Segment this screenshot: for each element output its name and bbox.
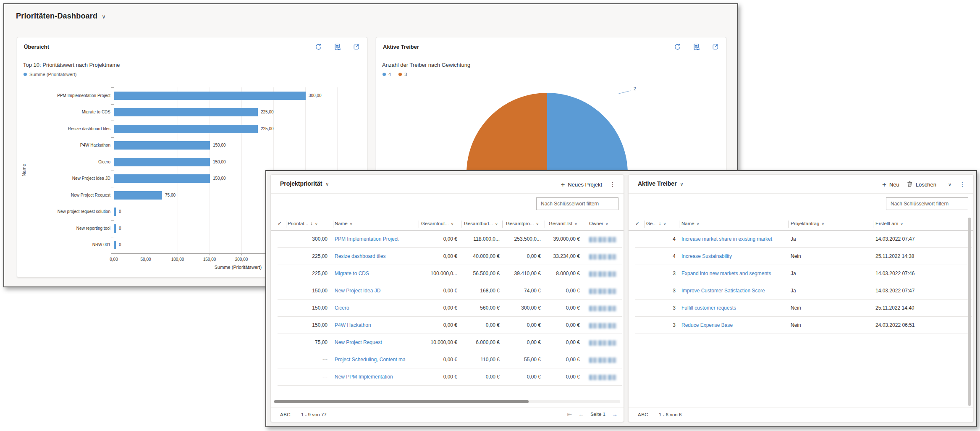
column-header-name[interactable]: Name∨ <box>681 221 699 226</box>
cell-name[interactable]: Increase Sustainability <box>681 253 787 259</box>
cell-prio: 150,00 <box>288 305 328 311</box>
cell-gesamt_ist: 0,00 € <box>542 339 580 345</box>
cell-name[interactable]: New PPM Implementation <box>335 374 418 380</box>
column-header-gesamtnutzen[interactable]: Gesamtnut...∨ <box>421 221 453 226</box>
horizontal-scrollbar[interactable] <box>274 400 620 403</box>
column-header-owner[interactable]: Owner∨ <box>589 221 608 226</box>
select-all-checkbox[interactable]: ✓ <box>635 221 639 226</box>
first-page-icon[interactable]: ⇤ <box>567 411 572 418</box>
keyword-filter-input[interactable] <box>536 197 618 210</box>
cell-name[interactable]: New Project Request <box>335 339 418 345</box>
bar[interactable] <box>114 224 116 233</box>
redacted-owner-value <box>589 306 617 311</box>
pie-slice-label: 2 <box>634 87 636 91</box>
project-grid-view-selector[interactable]: Projektpriorität∨ <box>280 180 329 187</box>
cell-name[interactable]: Increase market share in existing market <box>681 236 787 242</box>
column-header-name[interactable]: Name∨ <box>335 221 352 226</box>
grids-window: Projektpriorität∨ + Neues Projekt ⋮ ✓Pri… <box>265 170 977 427</box>
table-row[interactable]: ---Project Scheduling, Content ma0,00 €1… <box>271 351 624 368</box>
column-header-projektantrag[interactable]: Projektantrag∨ <box>791 221 824 226</box>
keyword-filter-input[interactable] <box>886 197 968 210</box>
screen: Prioritäten-Dashboard∨ Übersicht <box>0 0 980 431</box>
table-row[interactable]: 4Increase market share in existing marke… <box>629 231 973 248</box>
dashboard-title-selector[interactable]: Prioritäten-Dashboard∨ <box>16 12 106 21</box>
axis-tick <box>111 154 114 154</box>
bar-value-label: 75,00 <box>165 193 176 197</box>
new-button[interactable]: + Neu <box>880 180 901 189</box>
bar[interactable] <box>114 141 210 150</box>
cell-gesamtprognose: 0,00 € <box>503 322 541 328</box>
view-records-icon[interactable] <box>692 43 700 51</box>
bar[interactable] <box>114 174 210 183</box>
active-drivers-panel-title: Aktive Treiber <box>383 44 419 50</box>
column-header-gesamt_ist[interactable]: Gesamt-Ist∨ <box>549 221 577 226</box>
redacted-owner-value <box>589 375 617 380</box>
bar[interactable] <box>114 208 116 216</box>
cell-name[interactable]: New Project Idea JD <box>335 288 418 294</box>
table-row[interactable]: 300,00PPM Implementation Project0,00 €11… <box>271 231 624 248</box>
more-commands-button[interactable]: ⋮ <box>957 181 967 188</box>
table-row[interactable]: 225,00Resize dashboard tiles0,00 €40.000… <box>271 248 624 265</box>
table-row[interactable]: 150,00P4W Hackathon0,00 €0,00 €0,00 €0,0… <box>271 317 624 334</box>
column-header-prio[interactable]: Priorität...↓∨ <box>288 221 318 226</box>
table-row[interactable]: 4Increase SustainabilityNein25.11.2022 1… <box>629 248 973 265</box>
cell-gesamtbudget: 0,00 € <box>462 322 500 328</box>
redacted-owner-value <box>589 254 617 260</box>
new-project-button[interactable]: + Neues Projekt <box>559 180 604 189</box>
table-row[interactable]: 3Improve Customer Satisfaction ScoreJa14… <box>629 282 973 300</box>
bar[interactable] <box>114 191 162 200</box>
jump-bar-button[interactable]: ABC <box>638 412 648 417</box>
cell-name[interactable]: Expand into new markets and segments <box>681 271 787 276</box>
jump-bar-button[interactable]: ABC <box>280 412 291 417</box>
column-header-erstellt_am[interactable]: Erstellt am∨ <box>875 221 903 226</box>
table-row[interactable]: 150,00New Project Idea JD0,00 €168,00 €7… <box>271 282 624 300</box>
cell-name[interactable]: Fulfill customer requests <box>681 305 787 311</box>
bar[interactable] <box>114 108 258 116</box>
cell-name[interactable]: PPM Implementation Project <box>335 236 418 242</box>
table-row[interactable]: ---New PPM Implementation0,00 €0,00 €0,0… <box>271 368 624 386</box>
select-all-checkbox[interactable]: ✓ <box>278 221 282 226</box>
cell-name[interactable]: P4W Hackathon <box>335 322 418 328</box>
column-header-gewichtung[interactable]: Ge...↓∨ <box>646 221 666 226</box>
table-row[interactable]: 3Expand into new markets and segmentsJa1… <box>629 265 973 282</box>
bar[interactable] <box>114 125 258 133</box>
cell-projektantrag: Nein <box>791 322 858 328</box>
next-page-icon[interactable]: → <box>612 411 618 418</box>
cell-erstellt_am: 24.03.2022 06:51 <box>875 322 951 328</box>
chevron-down-icon: ∨ <box>900 222 903 226</box>
category-label: PPM Implementation Project <box>17 93 110 98</box>
column-header-gesamtprognose[interactable]: Gesamtpro...∨ <box>506 221 539 226</box>
cell-gesamtbudget: 40.000,00 € <box>462 253 500 259</box>
drivers-grid-view-selector[interactable]: Aktive Treiber∨ <box>638 180 684 187</box>
split-button-chevron[interactable]: ∨ <box>946 182 954 187</box>
bar[interactable] <box>114 92 306 100</box>
previous-page-icon[interactable]: ← <box>578 411 584 418</box>
legend-dot <box>383 73 386 76</box>
column-header-gesamtbudget[interactable]: Gesamtbud...∨ <box>464 221 498 226</box>
vertical-scrollbar[interactable] <box>968 218 971 406</box>
scrollbar-thumb[interactable] <box>274 400 529 403</box>
cell-name[interactable]: Improve Customer Satisfaction Score <box>681 288 787 294</box>
expand-icon[interactable] <box>711 43 719 51</box>
cell-name[interactable]: Migrate to CDS <box>335 271 418 276</box>
delete-button[interactable]: Löschen <box>905 180 938 189</box>
table-row[interactable]: 225,00Migrate to CDS100.000,0...56.500,0… <box>271 265 624 282</box>
cell-prio: --- <box>288 357 328 363</box>
chevron-down-icon: ∨ <box>680 181 684 187</box>
table-row[interactable]: 3Reduce Expense BaseNein24.03.2022 06:51 <box>629 317 973 334</box>
more-commands-button[interactable]: ⋮ <box>608 181 618 188</box>
refresh-icon[interactable] <box>673 43 681 51</box>
chevron-down-icon: ∨ <box>605 222 608 226</box>
cell-name[interactable]: Reduce Expense Base <box>681 322 787 328</box>
cell-name[interactable]: Cicero <box>335 305 418 311</box>
cell-name[interactable]: Project Scheduling, Content ma <box>335 357 418 363</box>
table-row[interactable]: 150,00Cicero0,00 €560,00 €300,00 €0,00 € <box>271 300 624 317</box>
bar[interactable] <box>114 241 116 249</box>
axis-tick <box>111 171 114 171</box>
cell-name[interactable]: Resize dashboard tiles <box>335 253 418 259</box>
cell-gesamtbudget: 560,00 € <box>462 305 500 311</box>
table-row[interactable]: 75,00New Project Request10.000,00 €6.000… <box>271 334 624 351</box>
bar[interactable] <box>114 158 210 166</box>
chevron-down-icon: ∨ <box>102 13 106 20</box>
table-row[interactable]: 3Fulfill customer requestsNein25.11.2022… <box>629 300 973 317</box>
